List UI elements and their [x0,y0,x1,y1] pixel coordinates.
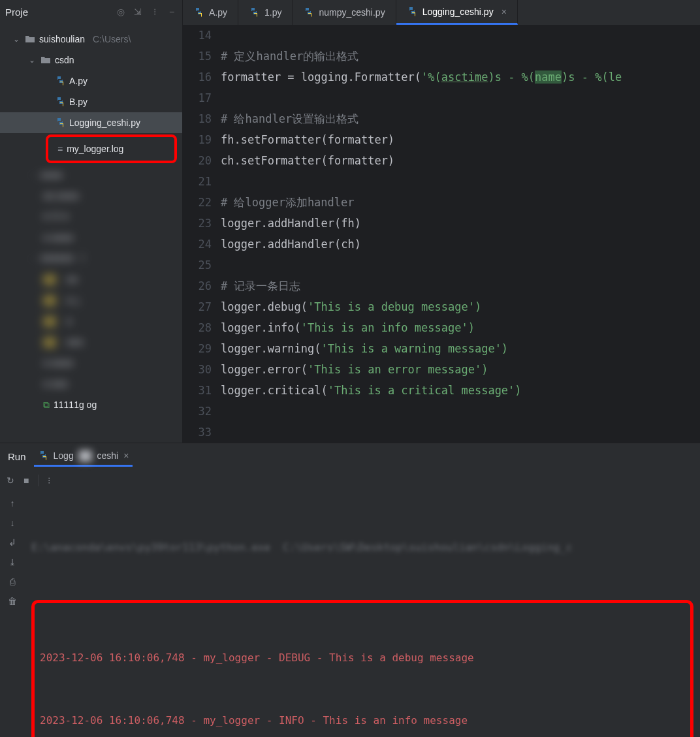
log-line: 2023-12-06 16:10:06,748 - my_logger - IN… [40,710,685,731]
chevron-down-icon: ⌄ [12,35,21,44]
tree-file-logging[interactable]: Logging_ceshi.py [0,112,182,133]
close-icon[interactable]: × [123,450,129,461]
python-file-icon [55,76,65,86]
code-editor[interactable]: 14 15 16 17 18 19 20 21 22 23 24 25 26 2… [183,25,700,443]
folder-icon [25,34,35,44]
line-gutter: 14 15 16 17 18 19 20 21 22 23 24 25 26 2… [183,25,221,443]
run-output-area[interactable]: E:\anaconda\envs\py39tor113\python.exe C… [25,492,700,737]
tree-file-a[interactable]: A.py [0,71,182,91]
highlight-logfile: ≡ my_logger.log [46,134,177,163]
python-file-icon [55,118,65,128]
tree-file-b[interactable]: B.py [0,91,182,112]
project-panel: Proje ◎ ⇲ ⁝ − ⌄ suishoulian C:\Users\ ⌄ [0,0,183,443]
run-tab[interactable]: Logg██ceshi × [34,447,133,467]
run-title: Run [8,451,26,462]
tab-numpy[interactable]: numpy_ceshi.py [293,0,396,25]
tab-1-py[interactable]: 1.py [238,0,293,25]
hide-icon[interactable]: − [167,7,177,17]
run-sidebar: ↑ ↓ ↲ ⤓ ⎙ 🗑 [0,492,25,737]
python-file-icon [249,7,259,18]
project-toolbar: Proje ◎ ⇲ ⁝ − [0,0,182,24]
tree-root[interactable]: ⌄ suishoulian C:\Users\ [0,29,182,50]
blurred-tree-items: ›■■■■ ■■ ■■■■ ■ 傳 ■ ■ ■■■■ ›■■■■■■ 刂 ██ … [0,165,182,394]
tree-file-logfile[interactable]: ≡ my_logger.log [48,137,174,161]
stop-icon[interactable]: ■ [24,475,29,486]
highlight-output: 2023-12-06 16:10:06,748 - my_logger - DE… [31,600,693,737]
python-file-icon [38,450,48,461]
soft-wrap-icon[interactable]: ↲ [8,537,16,548]
scroll-end-icon[interactable]: ⤓ [8,557,16,567]
text-file-icon: ≡ [57,144,63,154]
python-file-icon [55,97,65,107]
print-icon[interactable]: ⎙ [10,576,15,587]
tree-folder-csdn[interactable]: ⌄ csdn [0,50,182,71]
up-icon[interactable]: ↑ [10,498,15,509]
folder-icon [40,55,51,65]
close-icon[interactable]: × [501,7,507,17]
file-icon: ⧉ [43,400,50,411]
chevron-down-icon: ⌄ [27,55,37,65]
collapse-icon[interactable]: ⁝ [150,7,160,17]
tab-logging-active[interactable]: Logging_ceshi.py × [396,0,518,25]
rerun-icon[interactable]: ↻ [7,475,14,486]
project-tree: ⌄ suishoulian C:\Users\ ⌄ csdn A.py [0,24,182,420]
run-toolbar: ↻ ■ ⁝ [0,469,700,492]
project-title: Proje [5,7,28,18]
python-file-icon [303,7,313,18]
down-icon[interactable]: ↓ [10,518,15,528]
trash-icon[interactable]: 🗑 [8,596,17,606]
python-file-icon [407,7,417,17]
editor-tabs: A.py 1.py numpy_ceshi.py Logging_ceshi.p… [183,0,700,25]
python-file-icon [193,7,204,18]
expand-icon[interactable]: ⇲ [133,7,143,17]
editor-panel: A.py 1.py numpy_ceshi.py Logging_ceshi.p… [183,0,700,443]
run-header: Run Logg██ceshi × [0,443,700,469]
log-line: 2023-12-06 16:10:06,748 - my_logger - DE… [40,648,685,668]
tree-file-other[interactable]: ⧉ 11111g og [0,394,182,415]
locate-icon[interactable]: ◎ [116,7,126,17]
run-panel: Run Logg██ceshi × ↻ ■ ⁝ ↑ ↓ ↲ ⤓ ⎙ 🗑 E:\a… [0,443,700,737]
tab-a-py[interactable]: A.py [183,0,238,25]
code-content[interactable]: # 定义handler的输出格式 formatter = logging.For… [221,25,700,443]
command-line: E:\anaconda\envs\py39tor113\python.exe C… [31,537,693,558]
more-icon[interactable]: ⁝ [48,475,50,486]
